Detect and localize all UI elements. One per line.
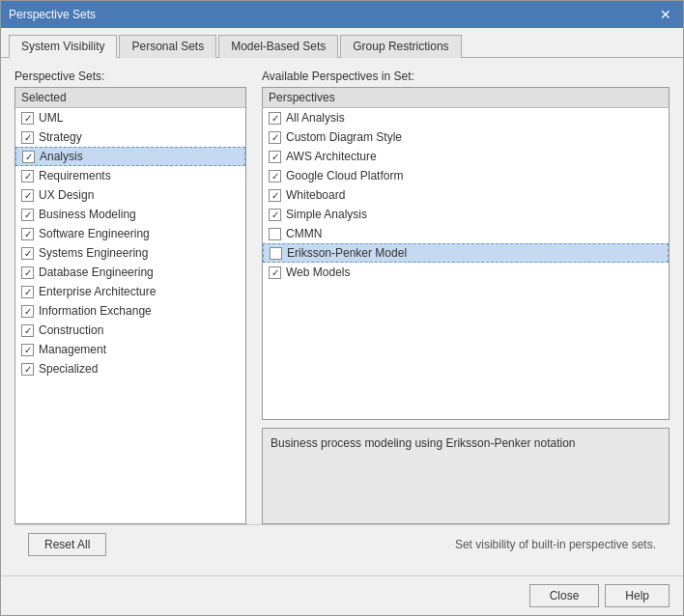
- item-label: Whiteboard: [286, 188, 345, 202]
- checkbox-icon[interactable]: [269, 131, 281, 144]
- tab-personal-sets[interactable]: Personal Sets: [119, 35, 216, 58]
- right-list-items: All AnalysisCustom Diagram StyleAWS Arch…: [263, 108, 669, 282]
- list-item[interactable]: Simple Analysis: [263, 205, 669, 224]
- list-item[interactable]: Management: [15, 340, 245, 359]
- checkbox-icon[interactable]: [22, 151, 35, 163]
- checkbox-icon[interactable]: [270, 247, 282, 260]
- item-label: Construction: [39, 323, 103, 337]
- tab-bar: System Visibility Personal Sets Model-Ba…: [1, 28, 683, 58]
- left-list-header: Selected: [15, 88, 245, 108]
- list-item[interactable]: UML: [15, 108, 245, 127]
- checkbox-icon[interactable]: [21, 170, 34, 182]
- list-item[interactable]: Specialized: [15, 359, 245, 378]
- checkbox-icon[interactable]: [21, 363, 34, 376]
- status-text: Set visibility of built-in perspective s…: [455, 538, 656, 551]
- item-label: UML: [39, 111, 63, 125]
- checkbox-icon[interactable]: [21, 247, 34, 260]
- list-item[interactable]: Eriksson-Penker Model: [263, 243, 669, 263]
- description-box: Business process modeling using Eriksson…: [262, 428, 670, 524]
- left-list-items: UMLStrategyAnalysisRequirementsUX Design…: [15, 108, 245, 378]
- list-item[interactable]: Information Exchange: [15, 301, 245, 321]
- item-label: Database Engineering: [39, 266, 154, 279]
- checkbox-icon[interactable]: [21, 112, 34, 125]
- list-item[interactable]: Business Modeling: [15, 205, 245, 224]
- item-label: Eriksson-Penker Model: [287, 246, 407, 260]
- list-item[interactable]: Enterprise Architecture: [15, 282, 245, 301]
- item-label: Business Modeling: [39, 208, 136, 221]
- tab-system-visibility[interactable]: System Visibility: [9, 35, 117, 58]
- close-button[interactable]: Close: [529, 584, 600, 607]
- list-item[interactable]: Analysis: [15, 147, 245, 166]
- checkbox-icon[interactable]: [269, 151, 281, 163]
- list-item[interactable]: Whiteboard: [263, 185, 669, 205]
- item-label: Simple Analysis: [286, 208, 367, 221]
- item-label: Information Exchange: [39, 304, 152, 318]
- list-item[interactable]: Requirements: [15, 166, 245, 185]
- item-label: Custom Diagram Style: [286, 130, 402, 144]
- item-label: Software Engineering: [39, 227, 150, 240]
- checkbox-icon[interactable]: [21, 266, 34, 279]
- item-label: Web Models: [286, 266, 350, 279]
- item-label: Google Cloud Platform: [286, 169, 403, 182]
- checkbox-icon[interactable]: [269, 112, 281, 125]
- checkbox-icon[interactable]: [21, 286, 34, 298]
- bottom-bar: Reset All Set visibility of built-in per…: [14, 524, 670, 564]
- list-item[interactable]: Custom Diagram Style: [263, 127, 669, 147]
- content-area: Perspective Sets: Selected UMLStrategyAn…: [1, 58, 683, 575]
- list-item[interactable]: Systems Engineering: [15, 243, 245, 263]
- checkbox-icon[interactable]: [269, 228, 281, 240]
- checkbox-icon[interactable]: [269, 189, 281, 202]
- item-label: All Analysis: [286, 111, 345, 125]
- item-label: Management: [39, 343, 106, 356]
- main-area: Perspective Sets: Selected UMLStrategyAn…: [14, 70, 670, 524]
- dialog: Perspective Sets ✕ System Visibility Per…: [0, 0, 684, 616]
- help-button[interactable]: Help: [605, 584, 670, 607]
- title-bar: Perspective Sets ✕: [1, 1, 683, 28]
- checkbox-icon[interactable]: [21, 131, 34, 144]
- checkbox-icon[interactable]: [269, 209, 281, 221]
- list-item[interactable]: Strategy: [15, 127, 245, 147]
- item-label: CMMN: [286, 227, 322, 240]
- list-item[interactable]: Construction: [15, 321, 245, 340]
- list-item[interactable]: AWS Architecture: [263, 147, 669, 166]
- perspectives-list[interactable]: Perspectives All AnalysisCustom Diagram …: [262, 87, 670, 420]
- item-label: Analysis: [40, 150, 83, 163]
- checkbox-icon[interactable]: [269, 266, 281, 279]
- checkbox-icon[interactable]: [21, 305, 34, 318]
- list-item[interactable]: CMMN: [263, 224, 669, 243]
- list-item[interactable]: UX Design: [15, 185, 245, 205]
- right-panel-label: Available Perspectives in Set:: [262, 70, 670, 83]
- close-icon[interactable]: ✕: [656, 8, 675, 21]
- left-panel: Perspective Sets: Selected UMLStrategyAn…: [14, 70, 246, 524]
- right-list-header: Perspectives: [263, 88, 669, 108]
- bottom-left: Reset All: [28, 533, 106, 556]
- list-item[interactable]: Google Cloud Platform: [263, 166, 669, 185]
- item-label: UX Design: [39, 188, 94, 202]
- checkbox-icon[interactable]: [21, 324, 34, 337]
- tab-group-restrictions[interactable]: Group Restrictions: [340, 35, 461, 58]
- list-item[interactable]: All Analysis: [263, 108, 669, 127]
- reset-all-button[interactable]: Reset All: [28, 533, 106, 556]
- checkbox-icon[interactable]: [269, 170, 281, 182]
- list-item[interactable]: Software Engineering: [15, 224, 245, 243]
- checkbox-icon[interactable]: [21, 344, 34, 356]
- item-label: Specialized: [39, 362, 98, 376]
- dialog-title: Perspective Sets: [9, 8, 96, 21]
- checkbox-icon[interactable]: [21, 209, 34, 221]
- perspective-sets-list[interactable]: Selected UMLStrategyAnalysisRequirements…: [14, 87, 246, 524]
- item-label: Requirements: [39, 169, 111, 182]
- tab-model-based-sets[interactable]: Model-Based Sets: [218, 35, 338, 58]
- right-panel: Available Perspectives in Set: Perspecti…: [262, 70, 670, 524]
- checkbox-icon[interactable]: [21, 189, 34, 202]
- list-item[interactable]: Web Models: [263, 263, 669, 282]
- item-label: AWS Architecture: [286, 150, 377, 163]
- list-item[interactable]: Database Engineering: [15, 263, 245, 282]
- item-label: Enterprise Architecture: [39, 285, 156, 298]
- checkbox-icon[interactable]: [21, 228, 34, 240]
- footer: Close Help: [1, 575, 683, 615]
- left-panel-label: Perspective Sets:: [14, 70, 246, 83]
- item-label: Strategy: [39, 130, 82, 144]
- item-label: Systems Engineering: [39, 246, 148, 260]
